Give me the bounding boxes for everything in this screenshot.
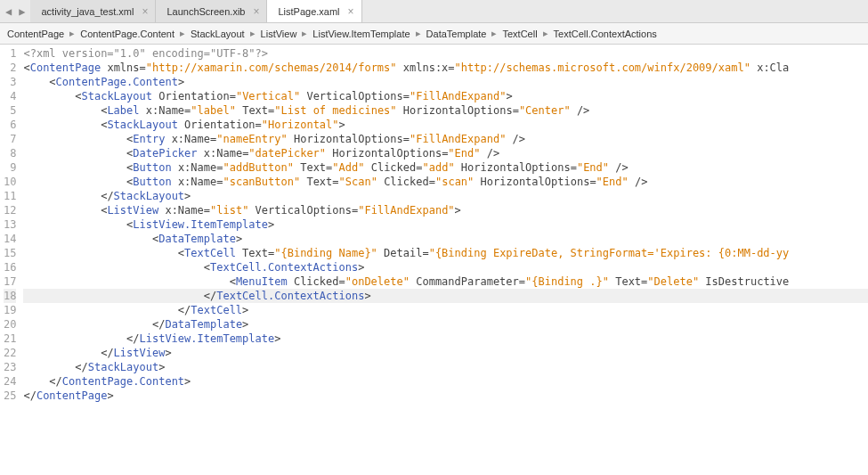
tab-label: LaunchScreen.xib <box>166 6 245 17</box>
tab-label: ListPage.xaml <box>278 6 339 17</box>
tab-bar: ◀ ▶ activity_java_test.xml × LaunchScree… <box>0 0 868 23</box>
tab-launchscreen[interactable]: LaunchScreen.xib × <box>156 0 267 22</box>
breadcrumb-item[interactable]: ListView.ItemTemplate <box>309 29 413 39</box>
breadcrumb-item[interactable]: StackLayout <box>187 29 248 39</box>
tabs: activity_java_test.xml × LaunchScreen.xi… <box>30 0 361 22</box>
code-editor[interactable]: 1234567891011121314151617181920212223242… <box>0 45 868 475</box>
chevron-right-icon: ▸ <box>541 28 550 39</box>
breadcrumb-item[interactable]: ListView <box>257 29 301 39</box>
breadcrumb-item[interactable]: TextCell <box>499 29 540 39</box>
nav-forward-icon[interactable]: ▶ <box>19 5 25 18</box>
close-icon[interactable]: × <box>142 5 148 18</box>
chevron-right-icon: ▸ <box>490 28 499 39</box>
chevron-right-icon: ▸ <box>248 28 257 39</box>
chevron-right-icon: ▸ <box>300 28 309 39</box>
nav-arrows: ◀ ▶ <box>0 5 30 18</box>
breadcrumb-item[interactable]: ContentPage.Content <box>77 29 178 39</box>
breadcrumb-item[interactable]: TextCell.ContextActions <box>550 29 661 39</box>
tab-activity-java-test[interactable]: activity_java_test.xml × <box>30 0 156 22</box>
breadcrumb-item[interactable]: DataTemplate <box>423 29 491 39</box>
tab-listpage[interactable]: ListPage.xaml × <box>267 0 361 22</box>
breadcrumb: ContentPage▸ ContentPage.Content▸ StackL… <box>0 23 868 45</box>
chevron-right-icon: ▸ <box>414 28 423 39</box>
close-icon[interactable]: × <box>348 5 354 18</box>
tab-label: activity_java_test.xml <box>41 6 134 17</box>
close-icon[interactable]: × <box>253 5 259 18</box>
chevron-right-icon: ▸ <box>68 28 77 39</box>
nav-back-icon[interactable]: ◀ <box>5 5 12 18</box>
code-area[interactable]: <?xml version="1.0" encoding="UTF-8"?><C… <box>23 45 868 475</box>
breadcrumb-item[interactable]: ContentPage <box>4 29 68 39</box>
chevron-right-icon: ▸ <box>178 28 187 39</box>
line-gutter: 1234567891011121314151617181920212223242… <box>0 45 23 475</box>
